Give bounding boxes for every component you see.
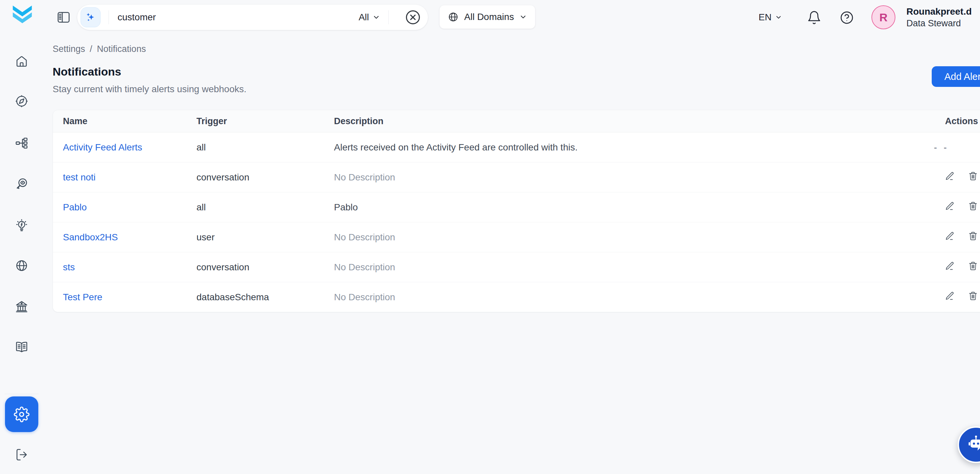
- alert-description: No Description: [324, 252, 888, 282]
- alert-name-link[interactable]: Sandbox2HS: [63, 232, 118, 242]
- edit-icon: [945, 291, 955, 301]
- table-row: Pablo all Pablo: [53, 192, 980, 222]
- sparkle-ai-icon: [84, 11, 97, 23]
- delete-alert-button[interactable]: [968, 171, 978, 181]
- trash-icon: [968, 291, 978, 301]
- clear-search-icon: [404, 9, 421, 25]
- alert-name-link[interactable]: Test Pere: [63, 292, 102, 302]
- search-eye-icon: [15, 177, 29, 191]
- robot-icon: [966, 434, 980, 455]
- sidebar-collapse-icon[interactable]: [56, 10, 71, 25]
- alert-name-link[interactable]: Pablo: [63, 202, 87, 212]
- delete-alert-button[interactable]: [968, 231, 978, 241]
- chatbot-button[interactable]: [958, 426, 980, 463]
- delete-alert-button[interactable]: [968, 261, 978, 271]
- sidebar-item-insights[interactable]: [15, 218, 29, 232]
- delete-alert-button[interactable]: [968, 291, 978, 301]
- table-row: Activity Feed Alerts all Alerts received…: [53, 132, 980, 162]
- edit-alert-button[interactable]: [945, 231, 955, 241]
- trash-icon: [968, 261, 978, 271]
- sidebar-divider: [5, 394, 39, 394]
- trash-icon: [968, 171, 978, 181]
- alert-trigger: conversation: [186, 252, 324, 282]
- edit-alert-button[interactable]: [945, 171, 955, 181]
- ai-search-button[interactable]: [81, 7, 100, 27]
- page-subtitle: Stay current with timely alerts using we…: [52, 84, 247, 94]
- alert-description: No Description: [324, 222, 888, 252]
- sidebar-item-glossary[interactable]: [15, 340, 29, 354]
- language-selector[interactable]: EN: [759, 0, 782, 35]
- alert-trigger: databaseSchema: [186, 282, 324, 312]
- home-icon: [15, 54, 29, 68]
- alert-description: Alerts received on the Activity Feed are…: [324, 132, 888, 162]
- sidebar-item-lineage[interactable]: [15, 136, 29, 150]
- table-row: test noti conversation No Description: [53, 162, 980, 192]
- breadcrumb-settings[interactable]: Settings: [52, 44, 85, 54]
- help-icon: [840, 10, 854, 25]
- delete-alert-button[interactable]: [968, 201, 978, 211]
- sidebar-item-explore[interactable]: [15, 94, 29, 108]
- alert-name-link[interactable]: sts: [63, 262, 75, 272]
- language-label: EN: [759, 12, 772, 23]
- globe-icon: [15, 259, 29, 273]
- breadcrumb-notifications: Notifications: [97, 44, 146, 54]
- column-header-description: Description: [324, 110, 888, 132]
- globe-icon: [447, 11, 459, 23]
- logout-icon: [15, 448, 29, 462]
- user-role: Data Steward: [907, 17, 972, 29]
- notifications-bell-button[interactable]: [807, 10, 821, 25]
- edit-alert-button[interactable]: [945, 261, 955, 271]
- flow-tree-icon: [15, 136, 29, 150]
- search-input[interactable]: [117, 12, 359, 23]
- lightbulb-icon: [15, 218, 29, 232]
- search-filter-dropdown[interactable]: All: [359, 12, 380, 23]
- add-alert-button[interactable]: Add Alert: [932, 66, 980, 87]
- alert-name-link[interactable]: test noti: [63, 172, 95, 183]
- sidebar-item-home[interactable]: [15, 54, 29, 68]
- bell-icon: [807, 10, 821, 25]
- help-button[interactable]: [840, 10, 854, 25]
- page-title: Notifications: [52, 65, 121, 78]
- compass-icon: [15, 94, 29, 108]
- avatar-initial: R: [880, 11, 888, 24]
- breadcrumb: Settings / Notifications: [52, 44, 146, 54]
- bank-icon: [15, 300, 29, 313]
- logout-button[interactable]: [15, 448, 29, 462]
- gear-icon: [14, 406, 30, 422]
- alert-description: Pablo: [324, 192, 888, 222]
- alert-trigger: user: [186, 222, 324, 252]
- edit-icon: [945, 261, 955, 271]
- alert-trigger: all: [186, 192, 324, 222]
- user-avatar[interactable]: R: [872, 5, 896, 29]
- alert-trigger: conversation: [186, 162, 324, 192]
- chevron-down-icon: [775, 14, 782, 21]
- trash-icon: [968, 231, 978, 241]
- notifications-table: Name Trigger Description Actions Activit…: [52, 110, 980, 312]
- column-header-trigger: Trigger: [186, 110, 324, 132]
- sidebar-item-domains[interactable]: [15, 259, 29, 273]
- all-domains-label: All Domains: [464, 12, 514, 22]
- table-header-row: Name Trigger Description Actions: [53, 110, 980, 132]
- sidebar-item-observability[interactable]: [15, 177, 29, 191]
- edit-icon: [945, 231, 955, 241]
- clear-search-button[interactable]: [404, 9, 421, 25]
- sidebar-item-settings-active[interactable]: [5, 396, 38, 432]
- column-header-name: Name: [53, 110, 186, 132]
- alert-name-link[interactable]: Activity Feed Alerts: [63, 142, 142, 153]
- user-name: Rounakpreet.d: [907, 6, 972, 17]
- no-actions-placeholder: - -: [934, 142, 949, 153]
- app-logo[interactable]: [11, 4, 33, 30]
- user-menu[interactable]: Rounakpreet.d Data Steward: [907, 6, 972, 29]
- open-book-icon: [15, 340, 29, 354]
- table-row: sts conversation No Description: [53, 252, 980, 282]
- sidebar-item-govern[interactable]: [15, 300, 29, 313]
- divider: [108, 10, 109, 24]
- edit-icon: [945, 171, 955, 181]
- edit-alert-button[interactable]: [945, 291, 955, 301]
- edit-icon: [945, 201, 955, 211]
- alert-description: No Description: [324, 282, 888, 312]
- alert-description: No Description: [324, 162, 888, 192]
- chevron-down-icon: [519, 13, 527, 21]
- edit-alert-button[interactable]: [945, 201, 955, 211]
- all-domains-dropdown[interactable]: All Domains: [439, 5, 535, 29]
